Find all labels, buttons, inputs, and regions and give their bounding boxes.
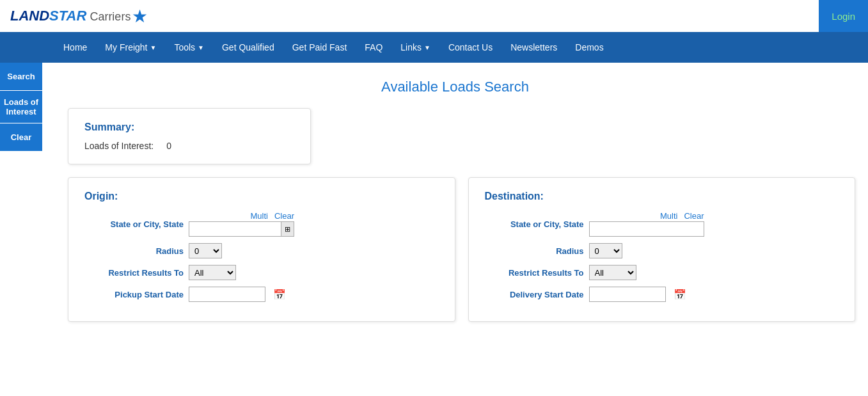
nav-tools[interactable]: Tools ▼	[165, 32, 213, 63]
summary-row: Loads of Interest: 0	[84, 141, 294, 151]
destination-clear-link[interactable]: Clear	[684, 211, 704, 221]
origin-panel: Origin: State or City, State Multi Clear…	[68, 177, 455, 322]
summary-box: Summary: Loads of Interest: 0	[68, 108, 311, 164]
form-panels: Origin: State or City, State Multi Clear…	[68, 177, 855, 322]
destination-radius-label: Radius	[485, 246, 584, 256]
nav-faq[interactable]: FAQ	[356, 32, 391, 63]
origin-restrict-select[interactable]: AllFlatbedVanReefer	[189, 265, 236, 280]
destination-restrict-row: Restrict Results To AllFlatbedVanReefer	[485, 265, 839, 280]
origin-restrict-label: Restrict Results To	[84, 268, 184, 278]
nav-my-freight[interactable]: My Freight ▼	[96, 32, 165, 63]
tools-arrow: ▼	[198, 44, 204, 51]
nav-newsletters[interactable]: Newsletters	[501, 32, 566, 63]
star-icon: ★	[132, 6, 148, 27]
destination-multi-link[interactable]: Multi	[660, 211, 677, 221]
destination-delivery-row: Delivery Start Date 📅	[485, 287, 839, 302]
origin-radius-row: Radius 02550100150200	[84, 243, 439, 258]
destination-delivery-input[interactable]	[589, 287, 666, 302]
origin-clear-link[interactable]: Clear	[274, 211, 294, 221]
destination-radius-row: Radius 02550100150200	[485, 243, 839, 258]
sidebar: Search Loads of Interest Clear	[0, 63, 42, 328]
summary-title: Summary:	[84, 122, 294, 133]
destination-restrict-label: Restrict Results To	[485, 268, 584, 278]
destination-restrict-select[interactable]: AllFlatbedVanReefer	[589, 265, 636, 280]
destination-state-row: State or City, State Multi Clear	[485, 211, 839, 237]
sidebar-search-button[interactable]: Search	[0, 63, 42, 91]
nav-get-qualified[interactable]: Get Qualified	[213, 32, 283, 63]
nav-get-paid-fast[interactable]: Get Paid Fast	[283, 32, 356, 63]
sidebar-loads-button[interactable]: Loads of Interest	[0, 91, 42, 123]
destination-state-input[interactable]	[589, 221, 704, 237]
origin-pickup-input[interactable]	[189, 287, 265, 302]
loads-of-interest-value: 0	[166, 141, 171, 151]
nav-links[interactable]: Links ▼	[391, 32, 439, 63]
login-link[interactable]: Login	[832, 11, 855, 22]
origin-multi-link[interactable]: Multi	[250, 211, 267, 221]
destination-state-label: State or City, State	[485, 219, 584, 229]
nav-demos[interactable]: Demos	[566, 32, 612, 63]
origin-restrict-row: Restrict Results To AllFlatbedVanReefer	[84, 265, 439, 280]
logo-area: LANDSTAR Carriers ★	[0, 1, 158, 32]
origin-multi-clear-row: Multi Clear	[189, 211, 294, 221]
nav-contact-us[interactable]: Contact Us	[439, 32, 501, 63]
destination-delivery-label: Delivery Start Date	[485, 290, 584, 299]
origin-radius-label: Radius	[84, 246, 184, 256]
destination-multi-clear-row: Multi Clear	[589, 211, 704, 221]
origin-state-label: State or City, State	[84, 219, 184, 229]
origin-radius-select[interactable]: 02550100150200	[189, 243, 222, 258]
origin-input-icon-btn[interactable]: ⊞	[281, 221, 294, 237]
destination-panel: Destination: State or City, State Multi …	[468, 177, 856, 322]
login-area: Login	[819, 0, 868, 32]
top-bar: LANDSTAR Carriers ★ Login	[0, 0, 868, 32]
nav-bar: Home My Freight ▼ Tools ▼ Get Qualified …	[0, 32, 868, 63]
logo-star: STAR	[49, 8, 86, 24]
logo-text: LANDSTAR Carriers	[10, 8, 130, 24]
origin-state-row: State or City, State Multi Clear ⊞	[84, 211, 439, 237]
my-freight-arrow: ▼	[150, 44, 156, 51]
origin-state-input[interactable]	[189, 221, 281, 237]
logo-land: LAND	[10, 8, 49, 24]
destination-title: Destination:	[485, 191, 839, 202]
destination-calendar-icon[interactable]: 📅	[674, 289, 686, 301]
links-arrow: ▼	[424, 44, 430, 51]
origin-input-wrapper: ⊞	[189, 221, 294, 237]
sidebar-clear-button[interactable]: Clear	[0, 123, 42, 152]
loads-of-interest-label: Loads of Interest:	[84, 141, 154, 151]
destination-radius-select[interactable]: 02550100150200	[589, 243, 622, 258]
page-title: Available Loads Search	[55, 79, 855, 95]
origin-title: Origin:	[84, 191, 439, 202]
nav-home[interactable]: Home	[54, 32, 96, 63]
logo-carriers: Carriers	[86, 10, 130, 23]
main-content: Available Loads Search Summary: Loads of…	[42, 63, 868, 328]
origin-pickup-label: Pickup Start Date	[84, 290, 184, 299]
origin-pickup-row: Pickup Start Date 📅	[84, 287, 439, 302]
page-body: Search Loads of Interest Clear Available…	[0, 63, 868, 328]
origin-calendar-icon[interactable]: 📅	[273, 289, 286, 301]
